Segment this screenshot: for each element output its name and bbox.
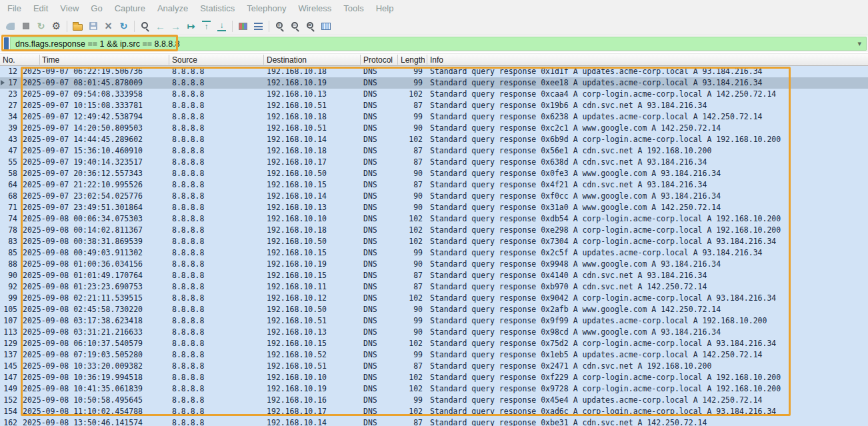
go-first-button[interactable] [199, 19, 214, 34]
close-file-button[interactable] [101, 19, 116, 34]
start-capture-button[interactable] [3, 19, 18, 34]
zoom-out-button[interactable] [287, 19, 303, 34]
cell-dst: 192.168.10.50 [264, 304, 361, 315]
packet-row-99[interactable]: 992025-09-08 02:21:11.5395158.8.8.8192.1… [0, 293, 868, 304]
go-back-button[interactable] [153, 19, 168, 34]
column-header-destination[interactable]: Destination [267, 55, 353, 65]
packet-row-90[interactable]: 902025-09-08 01:01:49.1707648.8.8.8192.1… [0, 270, 868, 281]
packet-row-64[interactable]: 642025-09-07 21:22:10.9955268.8.8.8192.1… [0, 179, 868, 191]
cell-src: 8.8.8.8 [169, 213, 264, 225]
packet-row-129[interactable]: 1292025-09-08 06:10:37.5405798.8.8.8192.… [0, 338, 868, 349]
menu-telephony[interactable]: Telephony [241, 0, 292, 17]
zoom-original-magnifier-glyph [307, 22, 313, 29]
packet-row-17[interactable]: 172025-09-07 08:01:45.8780098.8.8.8192.1… [0, 77, 868, 89]
cell-src: 8.8.8.8 [169, 406, 264, 417]
packet-row-34[interactable]: 342025-09-07 12:49:42.5387948.8.8.8192.1… [0, 111, 868, 123]
zoom-original-button[interactable] [303, 19, 318, 34]
packet-row-88[interactable]: 882025-09-08 01:00:36.0341568.8.8.8192.1… [0, 259, 868, 270]
packet-row-92[interactable]: 922025-09-08 01:23:23.6907538.8.8.8192.1… [0, 281, 868, 293]
packet-row-154[interactable]: 1542025-09-08 11:10:02.4547888.8.8.8192.… [0, 406, 868, 417]
colorize-packets-button[interactable] [235, 19, 251, 34]
column-resize-handle[interactable] [39, 55, 40, 65]
cell-src: 8.8.8.8 [169, 270, 264, 281]
column-header-no[interactable]: No. [3, 55, 29, 65]
packet-row-68[interactable]: 682025-09-07 23:02:54.0257768.8.8.8192.1… [0, 191, 868, 202]
cell-len: 102 [398, 134, 425, 145]
open-file-icon [73, 24, 83, 31]
packet-row-145[interactable]: 1452025-09-08 10:33:20.0093828.8.8.8192.… [0, 361, 868, 372]
go-to-packet-button[interactable] [183, 19, 199, 34]
packet-row-71[interactable]: 712025-09-07 23:49:51.3018648.8.8.8192.1… [0, 202, 868, 213]
save-file-button[interactable] [85, 19, 101, 34]
cell-proto: DNS [361, 315, 398, 327]
column-resize-handle[interactable] [360, 55, 361, 65]
menu-view[interactable]: View [54, 0, 85, 17]
column-header-info[interactable]: Info [430, 55, 563, 65]
cell-proto: DNS [361, 213, 398, 225]
cell-dst: 192.168.10.13 [264, 202, 361, 213]
open-file-button[interactable] [70, 19, 85, 34]
packet-row-23[interactable]: 232025-09-07 09:54:08.3339588.8.8.8192.1… [0, 89, 868, 100]
cell-src: 8.8.8.8 [169, 349, 264, 361]
column-header-time[interactable]: Time [42, 55, 142, 65]
stop-capture-button[interactable] [18, 19, 33, 34]
packet-row-39[interactable]: 392025-09-07 14:20:50.8095038.8.8.8192.1… [0, 123, 868, 134]
column-header-source[interactable]: Source [172, 55, 252, 65]
menu-go[interactable]: Go [85, 0, 108, 17]
packet-row-12[interactable]: 122025-09-07 06:22:19.5067368.8.8.8192.1… [0, 66, 868, 77]
packet-row-58[interactable]: 582025-09-07 20:36:12.5573438.8.8.8192.1… [0, 168, 868, 179]
restart-capture-button[interactable] [33, 19, 49, 34]
packet-row-152[interactable]: 1522025-09-08 10:50:58.4956458.8.8.8192.… [0, 395, 868, 406]
menu-statistics[interactable]: Statistics [194, 0, 241, 17]
column-resize-handle[interactable] [169, 55, 169, 65]
cell-dst: 192.168.10.10 [264, 213, 361, 225]
cell-info: Standard query response 0x19b6 A cdn.svc… [425, 100, 868, 111]
menu-wireless[interactable]: Wireless [292, 0, 337, 17]
reload-file-button[interactable] [116, 19, 131, 34]
packet-row-107[interactable]: 1072025-09-08 03:17:38.6234188.8.8.8192.… [0, 315, 868, 327]
packet-row-83[interactable]: 832025-09-08 00:38:31.8695398.8.8.8192.1… [0, 236, 868, 247]
cell-time: 2025-09-08 00:06:34.075303 [17, 213, 169, 225]
go-forward-button[interactable] [168, 19, 183, 34]
cell-dst: 192.168.10.15 [264, 179, 361, 191]
column-resize-handle[interactable] [427, 55, 427, 65]
column-resize-handle[interactable] [397, 55, 398, 65]
packet-row-149[interactable]: 1492025-09-08 10:41:35.0618398.8.8.8192.… [0, 383, 868, 395]
cell-time: 2025-09-08 10:33:20.009382 [17, 361, 169, 372]
capture-options-button[interactable] [49, 19, 64, 34]
menu-help[interactable]: Help [370, 0, 400, 17]
go-last-button[interactable] [214, 19, 229, 34]
cell-no: 34 [0, 111, 17, 123]
column-header-length[interactable]: Length [401, 55, 425, 65]
filter-bookmark-icon[interactable] [4, 37, 9, 50]
packet-row-43[interactable]: 432025-09-07 14:44:45.2896028.8.8.8192.1… [0, 134, 868, 145]
menu-analyze[interactable]: Analyze [151, 0, 194, 17]
column-resize-handle[interactable] [263, 55, 264, 65]
zoom-in-button[interactable] [272, 19, 287, 34]
packet-row-85[interactable]: 852025-09-08 00:49:03.9113028.8.8.8192.1… [0, 247, 868, 259]
packet-row-55[interactable]: 552025-09-07 19:40:14.3235178.8.8.8192.1… [0, 157, 868, 168]
packet-row-27[interactable]: 272025-09-07 10:15:08.3337818.8.8.8192.1… [0, 100, 868, 111]
packet-row-137[interactable]: 1372025-09-08 07:19:03.5052808.8.8.8192.… [0, 349, 868, 361]
menu-capture[interactable]: Capture [109, 0, 151, 17]
packet-row-78[interactable]: 782025-09-08 00:14:02.8113678.8.8.8192.1… [0, 225, 868, 236]
packet-row-74[interactable]: 742025-09-08 00:06:34.0753038.8.8.8192.1… [0, 213, 868, 225]
cell-no: 137 [0, 349, 17, 361]
display-filter-input[interactable]: dns.flags.response == 1 && ip.src == 8.8… [10, 37, 867, 51]
auto-scroll-button[interactable] [251, 19, 266, 34]
resize-columns-button[interactable] [318, 19, 333, 34]
packet-row-162[interactable]: 1622025-09-08 13:50:46.1415748.8.8.8192.… [0, 417, 868, 426]
menu-edit[interactable]: Edit [27, 0, 54, 17]
packet-row-47[interactable]: 472025-09-07 15:36:10.4609108.8.8.8192.1… [0, 145, 868, 157]
menu-tools[interactable]: Tools [337, 0, 369, 17]
packet-row-113[interactable]: 1132025-09-08 03:31:21.2166338.8.8.8192.… [0, 327, 868, 338]
find-packet-button[interactable] [137, 19, 153, 34]
packet-row-105[interactable]: 1052025-09-08 02:45:58.7302208.8.8.8192.… [0, 304, 868, 315]
packet-row-147[interactable]: 1472025-09-08 10:36:19.9945188.8.8.8192.… [0, 372, 868, 383]
cell-info: Standard query response 0x9042 A corp-lo… [425, 293, 868, 304]
menu-file[interactable]: File [1, 0, 27, 17]
filter-dropdown-chevron-icon[interactable]: ▾ [857, 39, 866, 48]
cell-dst: 192.168.10.50 [264, 168, 361, 179]
column-header-protocol[interactable]: Protocol [363, 55, 395, 65]
cell-src: 8.8.8.8 [169, 77, 264, 89]
